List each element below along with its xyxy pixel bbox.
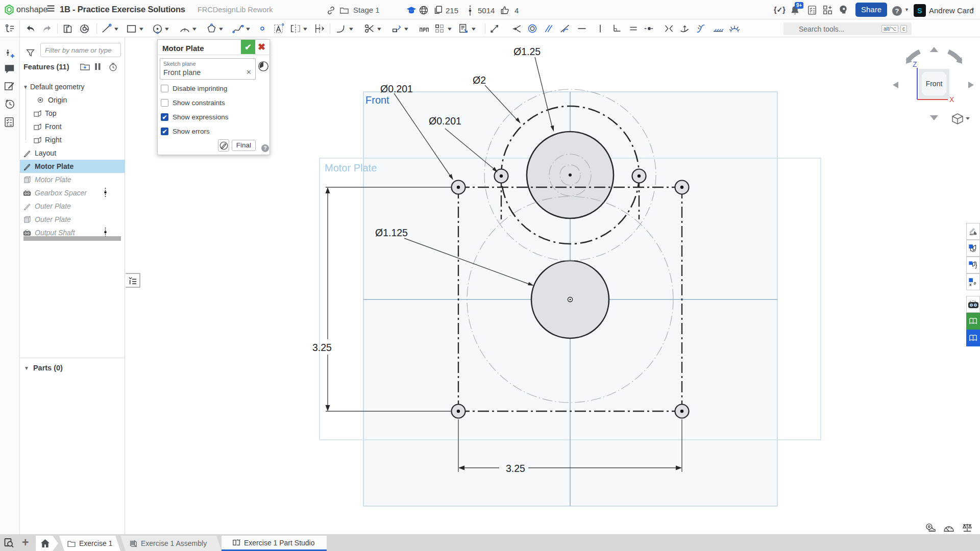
sketch-dimension-button[interactable]	[218, 139, 229, 152]
rollback-time-icon[interactable]	[109, 63, 117, 73]
equal-constraint-icon[interactable]	[628, 20, 639, 37]
featurescript-icon[interactable]: {✓}	[774, 6, 786, 14]
link-icon[interactable]	[327, 6, 335, 16]
checkbox-show-constraints[interactable]: Show constraints	[161, 99, 225, 107]
user-name[interactable]: Andrew Card	[929, 6, 974, 15]
feature-flyout-handle[interactable]	[126, 273, 140, 288]
add-folder-icon[interactable]	[80, 63, 90, 72]
user-caret-icon[interactable]: ▼	[970, 7, 975, 12]
appearance-panel-button[interactable]	[966, 223, 980, 240]
vertical-constraint-icon[interactable]	[595, 20, 605, 37]
copies-icon[interactable]	[434, 6, 443, 16]
measure-icon[interactable]	[489, 20, 500, 37]
tree-item-top[interactable]: Top	[20, 107, 125, 120]
comments-icon[interactable]	[4, 64, 15, 76]
checkbox-box[interactable]	[161, 99, 168, 107]
apps-icon[interactable]	[823, 5, 832, 17]
circle-tool-icon[interactable]: ▾	[152, 20, 168, 37]
tab-exercise-1[interactable]: Exercise 1	[59, 536, 120, 551]
parts-header[interactable]: ▼ Parts (0)	[24, 364, 63, 372]
feature-list-toggle[interactable]	[0, 20, 20, 37]
rollback-bar[interactable]	[23, 236, 121, 241]
tree-item-front[interactable]: Front	[20, 120, 125, 133]
normal-constraint-icon[interactable]	[679, 20, 690, 37]
tree-item-layout[interactable]: Layout	[20, 146, 125, 160]
circular-pattern-icon[interactable]: ▾	[434, 20, 451, 37]
sheet-metal-icon[interactable]	[62, 20, 73, 37]
coincident-constraint-icon[interactable]	[512, 20, 522, 37]
home-tab-button[interactable]	[36, 536, 58, 551]
pan-left-arrow[interactable]	[893, 82, 898, 88]
main-menu-icon[interactable]	[47, 3, 55, 14]
tab-exercise-1-assembly[interactable]: Exercise 1 Assembly	[120, 536, 222, 551]
arc-tool-icon[interactable]: ▾	[179, 20, 196, 37]
checkbox-box[interactable]	[161, 85, 168, 92]
cam-icon[interactable]	[79, 20, 90, 37]
undo-icon[interactable]	[26, 20, 36, 37]
tab-exercise-1-part-studio[interactable]: Exercise 1 Part Studio	[222, 536, 327, 551]
tangent-constraint-icon[interactable]	[560, 20, 571, 37]
isometric-view-button[interactable]	[952, 114, 970, 124]
rotate-up-arrow[interactable]	[930, 47, 938, 52]
tape-measure-icon[interactable]	[925, 523, 936, 534]
history-icon[interactable]	[4, 98, 15, 111]
document-title[interactable]: 1B - Practice Exercise Solutions	[60, 5, 185, 14]
notifications-bell-icon[interactable]: 9+	[790, 5, 800, 17]
fillet-tool-icon[interactable]: ▾	[336, 20, 353, 37]
versions-icon[interactable]	[468, 5, 472, 18]
import-dxf-icon[interactable]: ▾	[458, 20, 475, 37]
tree-item-origin[interactable]: Origin	[20, 93, 125, 107]
search-tools-input[interactable]: Search tools... alt/⌥ c	[783, 22, 912, 35]
breadcrumb[interactable]: Stage 1	[353, 6, 380, 14]
dialog-history-icon[interactable]	[258, 61, 269, 74]
midpoint-constraint-icon[interactable]	[644, 20, 655, 37]
new-tab-button[interactable]: +	[22, 536, 29, 549]
view-menu-caret[interactable]	[966, 117, 970, 120]
spline-tool-icon[interactable]: ▾	[232, 20, 250, 37]
transform-tool-icon[interactable]: ▾	[391, 20, 408, 37]
display-states-button[interactable]	[966, 240, 980, 257]
learning-icon[interactable]	[838, 5, 848, 17]
mate-connector-dots-icon[interactable]	[104, 187, 107, 198]
blue-book-button[interactable]	[966, 330, 980, 346]
offset-tool-icon[interactable]	[314, 20, 325, 37]
clear-selection-icon[interactable]: ✕	[246, 68, 252, 76]
final-button[interactable]: Final	[232, 140, 256, 151]
insert-icon[interactable]	[4, 48, 15, 62]
tree-item-default-geometry[interactable]: ▼ Default geometry	[20, 80, 125, 93]
help-button[interactable]: ?	[892, 6, 902, 16]
tree-item-gearbox-spacer[interactable]: Gearbox Spacer	[20, 186, 125, 199]
tree-item-outer-plate-sketch[interactable]: Outer Plate	[20, 199, 125, 213]
top-center-point[interactable]	[569, 173, 572, 177]
checkbox-box[interactable]: ✔	[161, 128, 168, 135]
sunray-icon[interactable]	[729, 20, 740, 37]
suppress-icon[interactable]	[94, 63, 101, 72]
education-icon[interactable]	[406, 6, 416, 16]
share-button[interactable]: Share	[855, 3, 887, 17]
sketch-plane-field[interactable]: Sketch plane Front plane ✕	[160, 58, 256, 80]
checkbox-disable-imprinting[interactable]: Disable imprinting	[161, 85, 227, 92]
symmetry-constraint-icon[interactable]	[664, 20, 674, 37]
trim-tool-icon[interactable]: ▾	[364, 20, 381, 37]
tree-item-motor-plate-sketch[interactable]: Motor Plate	[20, 160, 125, 173]
checkbox-box[interactable]: ✔	[161, 113, 168, 121]
text-tool-icon[interactable]	[274, 20, 285, 37]
chevron-down-icon[interactable]: ▼	[23, 84, 30, 90]
scale-icon[interactable]	[962, 523, 973, 534]
dialog-help-icon[interactable]: ?	[261, 144, 269, 152]
checkbox-show-expressions[interactable]: ✔ Show expressions	[161, 113, 229, 121]
like-icon[interactable]	[500, 6, 509, 17]
tree-item-outer-plate-extrude[interactable]: Outer Plate	[20, 213, 125, 226]
named-views-button[interactable]	[966, 257, 980, 273]
parallel-constraint-icon[interactable]	[544, 20, 554, 37]
curve-pattern-icon[interactable]	[695, 20, 706, 37]
filter-input[interactable]: Filter by name or type	[40, 43, 121, 57]
linear-pattern-icon[interactable]	[419, 20, 430, 37]
pan-right-arrow[interactable]	[968, 82, 974, 88]
view-cube[interactable]: Front Z X	[888, 38, 980, 133]
rectangle-tool-icon[interactable]: ▾	[126, 20, 143, 37]
dialog-cancel-button[interactable]: ✖	[258, 41, 265, 53]
tab-search-button[interactable]	[4, 538, 14, 550]
tree-item-right[interactable]: Right	[20, 133, 125, 146]
horizontal-constraint-icon[interactable]	[577, 20, 587, 37]
